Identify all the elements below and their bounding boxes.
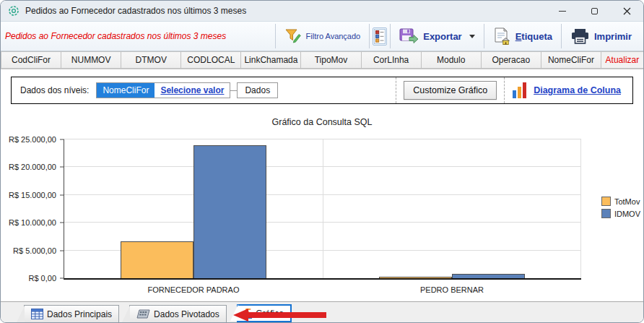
red-arrow-annotation [233,309,326,322]
y-axis-tick-label: R$ 15.000,00 [9,191,56,199]
label-document-icon [493,27,511,45]
bar-idmov [452,274,525,278]
customize-grafico-button[interactable]: Customize Gráfico [404,81,497,100]
tab-dados-principais[interactable]: Dados Principais [24,305,119,322]
grid-column-header-row: CodCliFor NUMMOV DTMOV CODLOCAL LinkCham… [1,51,643,69]
etiqueta-label: Etiqueta [515,31,552,42]
filtro-avancado-button[interactable]: Filtro Avançado [279,26,367,46]
exportar-button[interactable]: Exportar [393,26,480,46]
legend-swatch [601,197,611,206]
bar-idmov [193,145,266,278]
category-group: PEDRO BERNAR [323,139,581,278]
legend-label: IDMOV [614,210,640,218]
imprimir-label: Imprimir [594,31,632,42]
minimize-button[interactable] [546,1,578,21]
x-axis-category-label: FORNECEDOR PADRAO [64,285,323,294]
atualizar-link[interactable]: Atualizar [601,51,643,69]
chip-connector [230,90,237,91]
level-field-group: NomeCliFor Selecione valor [96,82,230,98]
column-header-codlocal[interactable]: CODLOCAL [181,51,241,69]
maximize-button[interactable] [578,1,611,21]
minimize-icon [559,11,566,12]
levels-label: Dados dos níveis: [20,85,89,95]
y-axis-tick-label: R$ 0,00 [28,274,56,283]
column-header-nummov[interactable]: NUMMOV [61,51,121,69]
chart-title: Gráfico da Consulta SQL [1,111,643,129]
imprimir-button[interactable]: Imprimir [565,26,638,47]
app-window: Pedidos ao Fornecedor cadastrados nos úl… [0,0,644,323]
toolbar-separator [390,24,391,48]
etiqueta-button[interactable]: Etiqueta [487,25,558,47]
app-icon [8,5,19,17]
column-header-tipomov[interactable]: TipoMov [301,51,361,69]
legend-swatch [601,209,611,218]
chart-section: Gráfico da Consulta SQL R$ 0,00R$ 5.000,… [1,111,643,301]
category-group: FORNECEDOR PADRAO [64,139,323,278]
maximize-icon [591,8,598,14]
chart-wrap: R$ 0,00R$ 5.000,00R$ 10.000,00R$ 15.000,… [1,129,643,296]
dashed-separator [396,77,396,103]
toolbar-separator [275,24,276,48]
pivot-table-icon [136,309,150,319]
colored-squares-icon [374,29,386,44]
arrow-shaft [248,312,326,318]
table-grid-icon [31,309,43,319]
exportar-label: Exportar [423,31,461,42]
arrow-tip [233,309,248,322]
x-axis-category-label: PEDRO BERNAR [323,285,581,294]
column-header-codclifor[interactable]: CodCliFor [1,51,61,69]
column-header-operacao[interactable]: Operacao [482,51,541,69]
export-save-icon [399,28,419,44]
filtro-avancado-label: Filtro Avançado [306,32,361,40]
legend-list-button[interactable] [373,27,387,46]
chevron-down-icon[interactable] [469,35,475,38]
close-button[interactable] [611,1,643,21]
filter-funnel-icon [284,28,302,44]
levels-panel: Dados dos níveis: NomeCliFor Selecione v… [1,69,643,111]
tab-label: Dados Principais [47,309,112,319]
diagrama-de-coluna-link[interactable]: Diagrama de Coluna [534,85,621,95]
legend-item-idmov: IDMOV [601,209,640,218]
y-axis-tick-label: R$ 10.000,00 [9,218,56,227]
y-axis-tick-label: R$ 20.000,00 [9,163,56,171]
close-icon [623,7,631,15]
chart-legend: TotMovIDMOV [601,197,640,218]
toolbar-separator [484,24,484,48]
levels-box: Dados dos níveis: NomeCliFor Selecione v… [11,77,633,104]
column-chart-icon [512,81,528,100]
y-axis-tick-label: R$ 5.000,00 [13,246,56,255]
legend-item-totmov: TotMov [601,197,640,206]
bar-pair [323,139,581,278]
column-header-dtmov[interactable]: DTMOV [121,51,181,69]
column-header-linkchamada[interactable]: LinkChamada [241,51,301,69]
bar-pair [64,139,323,278]
column-header-modulo[interactable]: Modulo [422,51,482,69]
bar-totmov [121,241,193,278]
tab-label: Dados Pivotados [154,309,219,319]
toolbar-separator [369,24,370,48]
toolbar: Pedidos ao Fornecedor cadastrados nos úl… [1,21,643,51]
dashed-separator [504,77,505,103]
bar-totmov [379,277,452,278]
printer-icon [570,28,590,45]
report-subtitle: Pedidos ao Fornecedor cadastrados nos úl… [5,31,226,41]
legend-label: TotMov [614,197,640,206]
tab-dados-pivotados[interactable]: Dados Pivotados [129,305,227,322]
level-field-chip[interactable]: NomeCliFor [97,83,155,98]
y-axis-tick-label: R$ 25.000,00 [9,135,56,144]
column-header-nomeclifor[interactable]: NomeCliFor [541,51,601,69]
window-title: Pedidos ao Fornecedor cadastrados nos úl… [25,6,246,16]
column-header-corlinha[interactable]: CorLInha [362,51,422,69]
plot-area: R$ 0,00R$ 5.000,00R$ 10.000,00R$ 15.000,… [64,139,581,280]
dados-chip[interactable]: Dados [237,82,278,98]
selecione-valor-link[interactable]: Selecione valor [155,83,230,98]
bottom-tab-bar: Dados Principais Dados Pivotados Σ Gráfi… [1,301,643,322]
title-bar: Pedidos ao Fornecedor cadastrados nos úl… [1,1,643,21]
toolbar-separator [561,24,562,48]
